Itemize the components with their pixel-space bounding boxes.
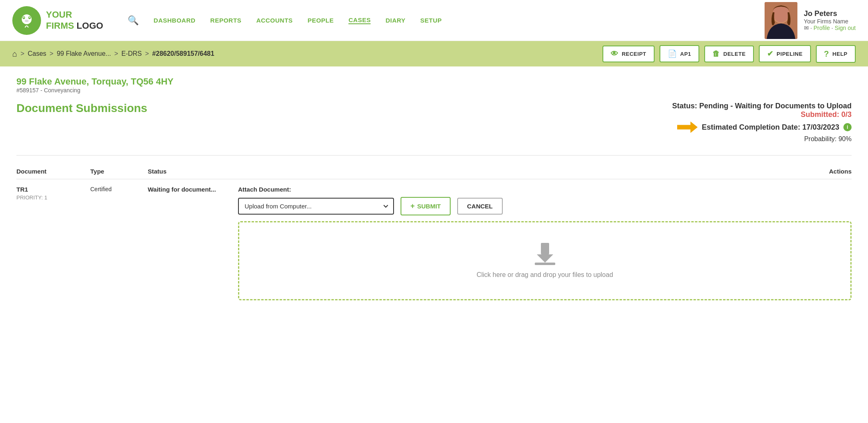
page-content: 99 Flake Avenue, Torquay, TQ56 4HY #5891…	[0, 66, 868, 317]
envelope-icon: ✉	[804, 25, 809, 31]
plus-icon: +	[410, 202, 415, 210]
ap1-button[interactable]: 📄 AP1	[660, 45, 699, 62]
nav-diary[interactable]: DIARY	[385, 17, 405, 24]
user-name: Jo Peters	[804, 9, 856, 18]
breadcrumb-address[interactable]: 99 Flake Avenue...	[57, 50, 111, 57]
doc-type-cell: Certified	[90, 179, 148, 307]
nav-dashboard[interactable]: DASHBOARD	[153, 17, 195, 24]
svg-point-3	[23, 16, 25, 18]
probability-text: Probability: 90%	[672, 135, 852, 143]
drop-text: Click here or drag and drop your files t…	[476, 271, 613, 279]
breadcrumb-sep-4: >	[145, 50, 149, 57]
check-circle-icon: ✔	[767, 49, 774, 58]
question-icon: ?	[824, 49, 829, 59]
breadcrumb-sep-3: >	[114, 50, 118, 57]
section-title: Document Submissions	[16, 102, 147, 115]
help-button[interactable]: ? HELP	[816, 45, 856, 63]
signout-link[interactable]: Sign out	[835, 25, 856, 31]
case-address: 99 Flake Avenue, Torquay, TQ56 4HY	[16, 76, 852, 87]
help-label: HELP	[832, 51, 847, 57]
case-ref: #589157 - Conveyancing	[16, 87, 852, 94]
delete-label: DELETE	[724, 51, 746, 57]
nav-links: 🔍 DASHBOARD REPORTS ACCOUNTS PEOPLE CASE…	[128, 15, 764, 26]
delete-button[interactable]: 🗑 DELETE	[704, 46, 754, 62]
top-navigation: YOURFIRMS LOGO 🔍 DASHBOARD REPORTS ACCOU…	[0, 0, 868, 41]
breadcrumb: ⌂ > Cases > 99 Flake Avenue... > E-DRS >…	[12, 49, 214, 59]
status-panel: Status: Pending - Waiting for Documents …	[672, 102, 852, 143]
pipeline-label: PIPELINE	[776, 51, 802, 57]
doc-attach-cell: Attach Document: Upload from Computer...…	[238, 179, 852, 307]
table-row: TR1 PRIORITY: 1 Certified Waiting for do…	[16, 179, 852, 307]
receipt-label: RECEIPT	[622, 51, 646, 57]
completion-row: Estimated Completion Date: 17/03/2023 i	[672, 121, 852, 133]
breadcrumb-edrs[interactable]: E-DRS	[121, 50, 142, 57]
attach-row: Upload from Computer... From Document St…	[238, 197, 852, 215]
receipt-button[interactable]: 👁 RECEIPT	[602, 46, 654, 62]
doc-priority: PRIORITY: 1	[16, 194, 90, 201]
col-type: Type	[90, 164, 148, 179]
home-icon[interactable]: ⌂	[12, 49, 17, 59]
svg-point-4	[29, 16, 30, 18]
nav-setup[interactable]: SETUP	[420, 17, 442, 24]
ap1-label: AP1	[680, 51, 691, 57]
doc-status-cell: Waiting for document...	[148, 179, 238, 307]
eye-icon: 👁	[611, 50, 618, 58]
profile-link[interactable]: Profile	[813, 25, 830, 31]
cancel-button[interactable]: CANCEL	[457, 198, 503, 215]
breadcrumb-sep-1: >	[21, 50, 24, 57]
avatar-image	[765, 2, 797, 39]
nav-people[interactable]: PEOPLE	[307, 17, 334, 24]
case-header: 99 Flake Avenue, Torquay, TQ56 4HY #5891…	[16, 76, 852, 94]
user-area: Jo Peters Your Firms Name ✉ · Profile · …	[765, 2, 856, 39]
documents-table: Document Type Status Actions TR1 PRIORIT…	[16, 164, 852, 307]
col-actions: Actions	[697, 164, 852, 179]
doc-type: Certified	[90, 186, 112, 192]
status-text: Status: Pending - Waiting for Documents …	[672, 102, 852, 110]
svg-point-0	[22, 14, 32, 24]
svg-point-5	[25, 20, 29, 22]
doc-name: TR1	[16, 186, 90, 193]
breadcrumb-sep-2: >	[50, 50, 53, 57]
col-status: Status	[148, 164, 238, 179]
col-document: Document	[16, 164, 90, 179]
divider-top	[16, 155, 852, 155]
breadcrumb-cases[interactable]: Cases	[27, 50, 46, 57]
info-icon[interactable]: i	[843, 123, 852, 131]
breadcrumb-actions: 👁 RECEIPT 📄 AP1 🗑 DELETE ✔ PIPELINE ? HE…	[602, 45, 856, 63]
svg-rect-9	[541, 243, 549, 254]
trash-icon: 🗑	[712, 50, 720, 58]
svg-marker-10	[537, 254, 553, 263]
completion-text: Estimated Completion Date: 17/03/2023	[702, 123, 839, 132]
arrow-icon	[677, 121, 698, 133]
svg-rect-11	[535, 263, 555, 265]
user-links: ✉ · Profile · Sign out	[804, 25, 856, 31]
avatar	[765, 2, 797, 39]
upload-select[interactable]: Upload from Computer... From Document St…	[238, 198, 394, 215]
submit-button[interactable]: + SUBMIT	[401, 197, 451, 215]
logo-text: YOURFIRMS LOGO	[46, 9, 103, 31]
doc-status: Waiting for document...	[148, 186, 216, 193]
logo-area: YOURFIRMS LOGO	[12, 6, 103, 35]
nav-reports[interactable]: REPORTS	[210, 17, 241, 24]
pipeline-button[interactable]: ✔ PIPELINE	[759, 45, 811, 62]
attach-label: Attach Document:	[238, 186, 852, 193]
user-firm: Your Firms Name	[804, 18, 856, 25]
nav-accounts[interactable]: ACCOUNTS	[256, 17, 293, 24]
doc-name-cell: TR1 PRIORITY: 1	[16, 179, 90, 307]
document-icon: 📄	[668, 49, 677, 58]
drop-icon-area: Click here or drag and drop your files t…	[256, 243, 834, 279]
logo-icon	[12, 6, 41, 35]
section-header: Document Submissions Status: Pending - W…	[16, 102, 852, 143]
submit-label: SUBMIT	[417, 203, 441, 210]
search-icon[interactable]: 🔍	[128, 15, 139, 26]
submitted-text: Submitted: 0/3	[672, 110, 852, 119]
upload-icon	[533, 243, 557, 265]
nav-cases[interactable]: CASES	[348, 16, 371, 24]
user-info: Jo Peters Your Firms Name ✉ · Profile · …	[804, 9, 856, 31]
breadcrumb-bar: ⌂ > Cases > 99 Flake Avenue... > E-DRS >…	[0, 41, 868, 66]
drop-zone[interactable]: Click here or drag and drop your files t…	[238, 221, 852, 300]
breadcrumb-ref: #28620/589157/6481	[152, 50, 214, 57]
